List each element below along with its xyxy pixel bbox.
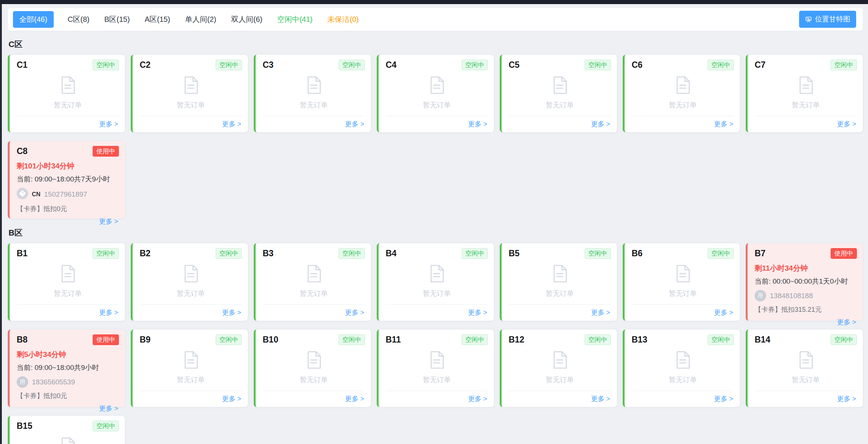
empty-order-text: 暂无订单 <box>300 100 328 110</box>
room-name: C8 <box>17 146 27 156</box>
coupon-text: 【卡券】抵扣315.21元 <box>755 305 857 314</box>
more-link[interactable]: 更多 > <box>222 395 241 403</box>
card-row: B15空闲中暂无订单更多 > <box>8 416 863 444</box>
more-link[interactable]: 更多 > <box>99 309 118 316</box>
document-icon <box>57 263 78 284</box>
card-footer: 更多 > <box>632 116 734 130</box>
status-badge: 空闲中 <box>339 334 365 345</box>
card-footer: 更多 > <box>140 116 242 130</box>
filter-tab-0[interactable]: 全部(46) <box>13 11 54 28</box>
status-badge: 空闲中 <box>831 60 857 70</box>
room-card-C1: C1空闲中暂无订单更多 > <box>8 55 125 132</box>
card-footer: 更多 > <box>386 305 488 318</box>
coupon-text: 【卡券】抵扣0元 <box>17 204 119 213</box>
room-name: B6 <box>632 248 642 258</box>
card-footer: 更多 > <box>140 391 242 404</box>
more-link[interactable]: 更多 > <box>591 395 610 403</box>
empty-order-placeholder: 暂无订单 <box>386 70 488 116</box>
room-card-B14: B14空闲中暂无订单更多 > <box>746 330 863 407</box>
filter-tab-3[interactable]: A区(15) <box>144 11 171 28</box>
more-link[interactable]: 更多 > <box>837 120 856 128</box>
empty-order-text: 暂无订单 <box>300 289 328 298</box>
window-top-strip <box>0 0 868 4</box>
card-footer: 更多 > <box>509 116 611 130</box>
room-card-B2: B2空闲中暂无订单更多 > <box>131 243 248 321</box>
more-link[interactable]: 更多 > <box>222 309 241 316</box>
filter-tab-1[interactable]: C区(8) <box>67 11 90 28</box>
room-card-C2: C2空闲中暂无订单更多 > <box>131 55 248 132</box>
filter-tab-7[interactable]: 未保洁(0) <box>327 11 359 28</box>
more-link[interactable]: 更多 > <box>345 395 364 403</box>
room-card-B7: B7使用中剩11小时34分钟当前: 00:00~00:00共1天0小时用1384… <box>746 243 863 321</box>
card-footer: 更多 > <box>263 391 365 404</box>
status-badge: 空闲中 <box>462 248 488 259</box>
more-link[interactable]: 更多 > <box>591 309 610 316</box>
more-link[interactable]: 更多 > <box>345 120 364 128</box>
empty-order-placeholder: 暂无订单 <box>509 70 611 116</box>
empty-order-text: 暂无订单 <box>177 100 205 110</box>
user-phone: 13848108188 <box>770 292 813 300</box>
remaining-time-text: 剩5小时34分钟 <box>17 350 119 360</box>
room-name: B12 <box>509 335 524 345</box>
room-card-header: B12空闲中 <box>509 334 611 345</box>
empty-order-placeholder: 暂无订单 <box>509 345 611 391</box>
more-link[interactable]: 更多 > <box>468 309 487 316</box>
status-badge: 空闲中 <box>585 248 611 259</box>
empty-order-placeholder: 暂无订单 <box>755 345 857 391</box>
empty-order-placeholder: 暂无订单 <box>17 431 119 444</box>
status-badge: 空闲中 <box>339 248 365 259</box>
room-card-header: C2空闲中 <box>140 60 242 70</box>
status-badge: 空闲中 <box>216 248 242 259</box>
status-badge: 空闲中 <box>585 60 611 70</box>
empty-order-text: 暂无订单 <box>423 375 451 385</box>
room-card-header: C5空闲中 <box>509 60 611 70</box>
more-link[interactable]: 更多 > <box>222 120 241 128</box>
more-link[interactable]: 更多 > <box>99 218 118 225</box>
empty-order-text: 暂无订单 <box>54 289 82 298</box>
room-name: B4 <box>386 248 396 258</box>
card-footer: 更多 > <box>17 401 119 414</box>
user-phone: 18365605539 <box>32 378 75 386</box>
more-link[interactable]: 更多 > <box>468 120 487 128</box>
empty-order-placeholder: 暂无订单 <box>263 259 365 304</box>
filter-toolbar: 全部(46)C区(8)B区(15)A区(15)单人间(2)双人间(6)空闲中(4… <box>8 8 863 31</box>
more-link[interactable]: 更多 > <box>99 405 118 412</box>
filter-tab-6[interactable]: 空闲中(41) <box>276 11 313 28</box>
document-icon <box>180 350 201 370</box>
empty-order-text: 暂无订单 <box>177 375 205 385</box>
coupon-text: 【卡券】抵扣0元 <box>17 391 119 400</box>
room-card-B4: B4空闲中暂无订单更多 > <box>377 243 494 321</box>
remaining-time-text: 剩11小时34分钟 <box>755 263 857 273</box>
more-link[interactable]: 更多 > <box>837 395 856 403</box>
empty-order-text: 暂无订单 <box>669 375 697 385</box>
filter-tab-4[interactable]: 单人间(2) <box>184 11 217 28</box>
more-link[interactable]: 更多 > <box>345 309 364 316</box>
room-card-B13: B13空闲中暂无订单更多 > <box>623 330 740 407</box>
room-name: B14 <box>755 335 770 345</box>
more-link[interactable]: 更多 > <box>714 395 733 403</box>
more-link[interactable]: 更多 > <box>714 120 733 128</box>
filter-tab-2[interactable]: B区(15) <box>103 11 130 28</box>
room-card-B8: B8使用中剩5小时34分钟当前: 09:00~18:00共9小时用1836560… <box>8 330 125 407</box>
filter-tab-5[interactable]: 双人间(6) <box>230 11 263 28</box>
card-footer: 更多 > <box>632 305 734 318</box>
card-footer: 更多 > <box>17 116 119 130</box>
empty-order-placeholder: 暂无订单 <box>755 70 857 116</box>
card-footer: 更多 > <box>755 391 857 404</box>
room-card-B11: B11空闲中暂无订单更多 > <box>377 330 494 407</box>
room-name: B10 <box>263 335 278 345</box>
empty-order-text: 暂无订单 <box>423 100 451 110</box>
more-link[interactable]: 更多 > <box>591 120 610 128</box>
status-badge: 空闲中 <box>831 334 857 345</box>
more-link[interactable]: 更多 > <box>714 309 733 316</box>
more-link[interactable]: 更多 > <box>99 120 118 128</box>
card-footer: 更多 > <box>755 314 857 328</box>
gantt-chart-button[interactable]: 位置甘特图 <box>799 11 856 28</box>
empty-order-placeholder: 暂无订单 <box>632 70 734 116</box>
more-link[interactable]: 更多 > <box>837 318 856 326</box>
more-link[interactable]: 更多 > <box>468 395 487 403</box>
empty-order-placeholder: 暂无订单 <box>140 345 242 391</box>
room-card-header: B6空闲中 <box>632 248 734 259</box>
empty-order-text: 暂无订单 <box>177 289 205 298</box>
room-card-header: B10空闲中 <box>263 334 365 345</box>
